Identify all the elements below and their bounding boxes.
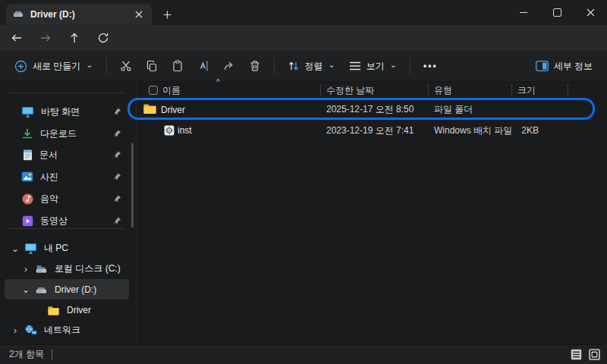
- file-modified: 2025-12-17 오전 8:50: [326, 103, 414, 116]
- column-divider[interactable]: [511, 84, 512, 96]
- close-button[interactable]: [574, 0, 607, 24]
- column-header-name[interactable]: 이름: [162, 82, 181, 99]
- new-button[interactable]: 새로 만들기 ⌄: [8, 53, 100, 79]
- tab-title: Driver (D:): [30, 9, 132, 20]
- toolbar-separator: [410, 58, 410, 74]
- tab-close-icon[interactable]: [132, 8, 146, 21]
- network-icon: [24, 325, 37, 336]
- column-header-modified[interactable]: 수정한 날짜: [326, 82, 374, 99]
- window-controls: [507, 0, 607, 24]
- file-explorer-window: Driver (D:): [0, 0, 607, 364]
- downloads-icon: [21, 128, 33, 140]
- pin-icon: [113, 173, 121, 181]
- file-list: 이름 ^ 수정한 날짜 유형 크기 Driver 2025-12-17 오전 8…: [137, 82, 607, 345]
- new-button-label: 새로 만들기: [33, 60, 80, 73]
- rename-button[interactable]: [190, 53, 216, 79]
- sidebar-item-downloads[interactable]: 다운로드: [5, 123, 129, 144]
- local-disk-icon: [35, 264, 48, 275]
- sidebar-item-label: 문서: [39, 149, 58, 162]
- sidebar-item-network[interactable]: › 네트워크: [5, 320, 129, 340]
- item-count: 2개 항목: [9, 348, 44, 361]
- sort-icon: [288, 60, 300, 72]
- view-button[interactable]: 보기 ⌄: [342, 53, 404, 79]
- sidebar-item-label: Driver: [67, 305, 91, 315]
- details-pane-button[interactable]: 세부 정보: [529, 53, 599, 79]
- file-row-inst[interactable]: inst 2023-12-19 오전 7:41 Windows 배치 파일 2K…: [137, 121, 607, 140]
- column-header-type[interactable]: 유형: [434, 82, 452, 99]
- select-all-checkbox[interactable]: [149, 86, 158, 95]
- chevron-down-icon: ⌄: [329, 60, 335, 70]
- sidebar-item-label: 네트워크: [44, 324, 80, 337]
- sidebar-item-driver-d[interactable]: ⌄ Driver (D:): [5, 279, 129, 300]
- refresh-button[interactable]: [91, 27, 115, 49]
- status-divider: [52, 350, 52, 359]
- sidebar-item-driver-folder[interactable]: Driver: [5, 300, 129, 320]
- column-header-size[interactable]: 크기: [517, 82, 536, 99]
- plus-circle-icon: [14, 60, 27, 73]
- file-row-driver[interactable]: Driver 2025-12-17 오전 8:50 파일 폴더: [137, 99, 607, 120]
- pin-icon: [113, 130, 121, 138]
- details-view-button[interactable]: [568, 347, 584, 362]
- column-divider[interactable]: [568, 84, 568, 96]
- music-icon: [22, 193, 33, 205]
- sidebar-item-label: 다운로드: [40, 127, 77, 140]
- more-options-button[interactable]: •••: [417, 53, 445, 79]
- view-button-label: 보기: [366, 60, 385, 73]
- sidebar-item-pictures[interactable]: 사진: [5, 166, 129, 187]
- back-button[interactable]: [5, 27, 29, 49]
- sort-button[interactable]: 정렬 ⌄: [281, 53, 342, 79]
- sidebar-item-local-disk-c[interactable]: › 로컬 디스크 (C:): [5, 259, 129, 279]
- file-size: 2KB: [511, 125, 539, 136]
- chevron-down-icon: ⌄: [390, 60, 397, 70]
- maximize-button[interactable]: [540, 0, 574, 24]
- sidebar-item-label: 사진: [40, 171, 58, 184]
- navigation-pane: 바탕 화면 다운로드 문서 사진 음악 동영상: [0, 82, 137, 345]
- chevron-right-icon: ›: [11, 325, 20, 336]
- videos-icon: [22, 215, 33, 227]
- folder-icon: [143, 102, 157, 115]
- file-name: Driver: [161, 105, 185, 115]
- sidebar-item-label: 바탕 화면: [41, 105, 80, 118]
- documents-icon: [23, 149, 33, 161]
- file-type: Windows 배치 파일: [434, 124, 512, 137]
- desktop-icon: [21, 106, 34, 118]
- minimize-button[interactable]: [507, 0, 540, 24]
- chevron-down-icon: ⌄: [86, 60, 93, 70]
- sidebar-item-documents[interactable]: 문서: [5, 144, 129, 165]
- sidebar-item-label: 동영상: [40, 215, 68, 228]
- command-bar: 새로 만들기 ⌄ 정렬 ⌄: [0, 51, 607, 82]
- sidebar-item-music[interactable]: 음악: [5, 188, 129, 209]
- titlebar: Driver (D:): [0, 0, 607, 25]
- chevron-down-icon: ⌄: [21, 284, 30, 295]
- forward-button[interactable]: [33, 27, 58, 49]
- toolbar-separator: [274, 58, 275, 74]
- sidebar-item-this-pc[interactable]: ⌄ 내 PC: [5, 238, 129, 259]
- file-type: 파일 폴더: [434, 103, 473, 116]
- file-modified: 2023-12-19 오전 7:41: [326, 124, 414, 137]
- details-pane-label: 세부 정보: [554, 60, 593, 73]
- copy-button[interactable]: [139, 53, 165, 79]
- sidebar-separator: [9, 93, 125, 93]
- pin-icon: [113, 151, 121, 159]
- sidebar-item-desktop[interactable]: 바탕 화면: [5, 101, 129, 122]
- pictures-icon: [21, 171, 33, 182]
- status-bar: 2개 항목: [0, 344, 607, 364]
- chevron-down-icon: ⌄: [11, 243, 20, 254]
- sidebar-scrollbar[interactable]: [131, 143, 134, 228]
- pin-icon: [113, 108, 121, 116]
- paste-button[interactable]: [165, 53, 190, 79]
- column-divider[interactable]: [428, 84, 429, 96]
- up-button[interactable]: [62, 27, 86, 49]
- tab-driver-d[interactable]: Driver (D:): [6, 4, 152, 25]
- share-button[interactable]: [216, 53, 242, 79]
- file-name: inst: [178, 125, 192, 136]
- delete-button[interactable]: [242, 53, 268, 79]
- large-icons-view-button[interactable]: [587, 347, 602, 362]
- pin-icon: [113, 217, 121, 225]
- this-pc-icon: [24, 243, 37, 254]
- new-tab-button[interactable]: [158, 6, 176, 23]
- chevron-right-icon: ›: [21, 264, 30, 275]
- drive-icon: [35, 284, 48, 295]
- column-divider[interactable]: [320, 84, 321, 96]
- cut-button[interactable]: [113, 53, 139, 79]
